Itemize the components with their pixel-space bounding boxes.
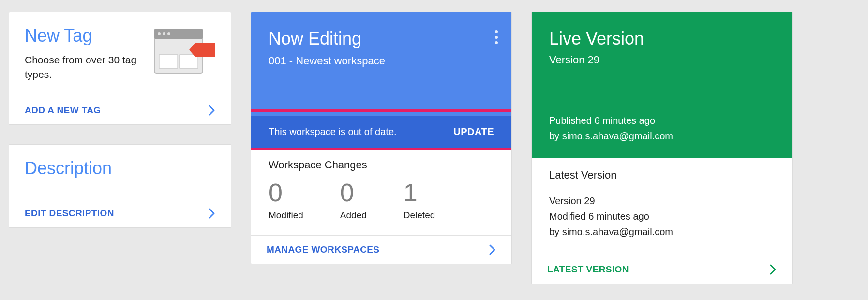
stat-modified-label: Modified — [269, 210, 303, 221]
edit-description-button[interactable]: EDIT DESCRIPTION — [9, 199, 231, 227]
svg-rect-6 — [180, 55, 198, 68]
add-new-tag-button[interactable]: ADD A NEW TAG — [9, 96, 231, 124]
browser-tag-icon — [154, 29, 215, 79]
out-of-date-notice: This workspace is out of date. UPDATE — [251, 116, 511, 148]
svg-point-2 — [158, 32, 161, 35]
notice-text: This workspace is out of date. — [269, 126, 397, 137]
latest-version-button[interactable]: LATEST VERSION — [532, 255, 792, 284]
workspace-changes-heading: Workspace Changes — [269, 159, 494, 171]
latest-version-section: Latest Version Version 29 Modified 6 min… — [532, 158, 792, 255]
svg-point-4 — [167, 32, 170, 35]
stat-deleted-label: Deleted — [404, 210, 435, 221]
live-version-title: Live Version — [549, 29, 775, 49]
chevron-right-icon — [209, 208, 215, 219]
svg-rect-5 — [159, 55, 178, 68]
latest-by-line: by simo.s.ahava@gmail.com — [549, 224, 775, 240]
add-new-tag-label: ADD A NEW TAG — [25, 105, 101, 116]
now-editing-title: Now Editing — [269, 29, 494, 49]
now-editing-card: Now Editing 001 - Newest workspace This … — [251, 12, 512, 264]
svg-rect-1 — [154, 29, 203, 39]
dashboard: New Tag Choose from over 30 tag types. — [9, 12, 859, 284]
new-tag-subtitle: Choose from over 30 tag types. — [25, 53, 154, 82]
stat-added-label: Added — [340, 210, 367, 221]
description-body: Description — [9, 145, 231, 199]
latest-version-label: LATEST VERSION — [547, 264, 629, 275]
stat-added-value: 0 — [340, 180, 367, 205]
manage-workspaces-button[interactable]: MANAGE WORKSPACES — [251, 235, 511, 264]
left-column: New Tag Choose from over 30 tag types. — [9, 12, 231, 228]
live-version-number: Version 29 — [549, 54, 775, 66]
latest-modified-line: Modified 6 minutes ago — [549, 209, 775, 224]
now-editing-subtitle: 001 - Newest workspace — [269, 55, 494, 67]
new-tag-card: New Tag Choose from over 30 tag types. — [9, 12, 231, 125]
stat-deleted-value: 1 — [404, 180, 435, 205]
description-title: Description — [25, 158, 215, 179]
stats-row: 0 Modified 0 Added 1 Deleted — [269, 180, 494, 221]
latest-version-heading: Latest Version — [549, 169, 775, 181]
latest-version-details: Version 29 Modified 6 minutes ago by sim… — [549, 193, 775, 240]
latest-version-number: Version 29 — [549, 193, 775, 209]
now-editing-header: Now Editing 001 - Newest workspace — [251, 12, 511, 116]
live-version-card: Live Version Version 29 Published 6 minu… — [531, 12, 793, 284]
description-card: Description EDIT DESCRIPTION — [9, 144, 231, 228]
stat-added: 0 Added — [340, 180, 367, 221]
chevron-right-icon — [489, 244, 496, 255]
update-button[interactable]: UPDATE — [453, 126, 494, 137]
new-tag-title: New Tag — [25, 26, 154, 46]
chevron-right-icon — [770, 264, 777, 275]
chevron-right-icon — [209, 105, 215, 116]
more-options-icon[interactable] — [495, 30, 498, 44]
published-line: Published 6 minutes ago — [549, 113, 775, 128]
stat-modified-value: 0 — [269, 180, 303, 205]
svg-point-3 — [163, 32, 165, 35]
stat-modified: 0 Modified — [269, 180, 303, 221]
published-by-line: by simo.s.ahava@gmail.com — [549, 128, 775, 144]
live-version-meta: Published 6 minutes ago by simo.s.ahava@… — [549, 113, 775, 144]
stat-deleted: 1 Deleted — [404, 180, 435, 221]
workspace-changes-section: Workspace Changes 0 Modified 0 Added 1 D… — [251, 148, 511, 235]
manage-workspaces-label: MANAGE WORKSPACES — [267, 244, 379, 255]
new-tag-body: New Tag Choose from over 30 tag types. — [9, 12, 231, 96]
live-version-header: Live Version Version 29 Published 6 minu… — [532, 12, 792, 158]
edit-description-label: EDIT DESCRIPTION — [25, 208, 114, 219]
